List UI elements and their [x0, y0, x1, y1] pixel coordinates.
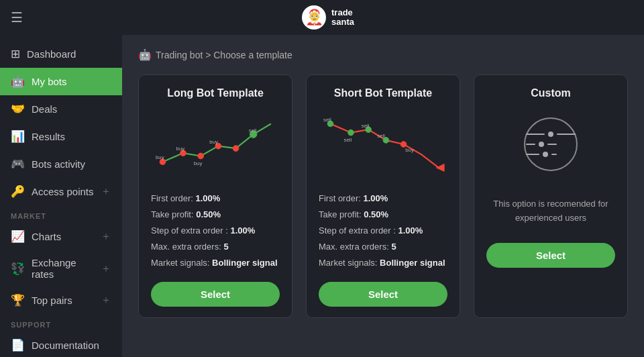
- charts-icon: 📈: [11, 230, 25, 244]
- logo-avatar: 🤶: [302, 5, 326, 30]
- card-custom: Custom: [474, 74, 628, 318]
- breadcrumb: 🤖 Trading bot > Choose a template: [138, 48, 628, 61]
- slider-dot-3: [543, 152, 548, 157]
- slider-row-2: [526, 142, 576, 147]
- sidebar-label-dashboard: Dashboard: [27, 48, 76, 60]
- hamburger-icon[interactable]: ☰: [11, 9, 23, 26]
- sidebar-label-deals: Deals: [32, 103, 57, 115]
- sidebar-item-bots-activity[interactable]: 🎮 Bots activity: [0, 150, 122, 178]
- slider-dot-1: [548, 132, 553, 137]
- short-bot-chart: sell sell sell sell buy: [319, 107, 447, 181]
- long-step: 1.00%: [231, 225, 256, 236]
- svg-text:sell: sell: [249, 128, 257, 134]
- slider-row-3: [526, 152, 576, 157]
- slider-line-3b: [551, 154, 557, 155]
- short-first-order: 1.00%: [363, 193, 388, 203]
- add-charts-icon[interactable]: ＋: [101, 230, 111, 244]
- svg-text:sell: sell: [323, 117, 331, 123]
- topbar: ☰ 🤶 trade santa: [0, 0, 644, 35]
- svg-text:buy: buy: [156, 154, 164, 160]
- my-bots-icon: 🤖: [11, 74, 25, 89]
- short-step: 1.00%: [398, 225, 423, 236]
- svg-point-4: [233, 146, 239, 152]
- logo-line2: santa: [331, 17, 354, 27]
- svg-text:buy: buy: [176, 146, 185, 152]
- long-bot-chart: buy buy buy buy sell: [151, 107, 280, 181]
- support-section-label: SUPPORT: [0, 314, 122, 332]
- sidebar-item-documentation[interactable]: 📄 Documentation: [0, 332, 122, 357]
- svg-text:sell: sell: [377, 133, 385, 139]
- add-access-points-icon[interactable]: ＋: [101, 185, 111, 199]
- long-bot-select-button[interactable]: Select: [151, 282, 280, 307]
- custom-icon-wrap: [486, 107, 615, 181]
- sidebar-label-top-pairs: Top pairs: [32, 295, 72, 306]
- slider-line-3: [526, 154, 539, 155]
- sidebar-label-bots-activity: Bots activity: [32, 158, 85, 170]
- slider-row-1: [526, 132, 576, 137]
- main-content: 🤖 Trading bot > Choose a template Long B…: [122, 35, 644, 357]
- sidebar-item-results[interactable]: 📊 Results: [0, 123, 122, 150]
- sidebar-label-my-bots: My bots: [32, 76, 67, 87]
- card-custom-title: Custom: [486, 87, 615, 99]
- svg-text:sell: sell: [344, 137, 352, 143]
- card-short-bot-title: Short Bot Template: [319, 87, 447, 99]
- long-first-order: 1.00%: [195, 193, 220, 203]
- sidebar-label-access-points: Access points: [32, 186, 94, 197]
- custom-description: This option is recomended for experience…: [486, 191, 615, 232]
- access-points-icon: 🔑: [11, 185, 25, 199]
- bots-activity-icon: 🎮: [11, 157, 25, 171]
- sidebar-item-dashboard[interactable]: ⊞ Dashboard: [0, 40, 122, 68]
- custom-circle: [524, 117, 578, 171]
- svg-point-16: [400, 142, 407, 148]
- svg-text:buy: buy: [209, 139, 218, 145]
- slider-dot-2: [539, 142, 544, 147]
- card-long-bot-title: Long Bot Template: [151, 87, 280, 99]
- short-max-orders: 5: [391, 242, 396, 252]
- add-exchange-rates-icon[interactable]: ＋: [101, 262, 111, 276]
- svg-marker-11: [436, 164, 445, 172]
- slider-line-2b: [547, 144, 557, 145]
- short-take-profit: 0.50%: [364, 209, 388, 219]
- svg-text:sell: sell: [362, 123, 370, 129]
- dashboard-icon: ⊞: [11, 47, 20, 61]
- market-section-label: MARKET: [0, 205, 122, 223]
- documentation-icon: 📄: [11, 338, 25, 352]
- long-bot-details: First order: 1.00% Take profit: 0.50% St…: [151, 191, 280, 271]
- logo-text: trade santa: [331, 8, 354, 28]
- sidebar: ⊞ Dashboard 🤖 My bots 🤝 Deals 📊 Results …: [0, 35, 122, 357]
- svg-point-13: [348, 130, 354, 136]
- short-bot-select-button[interactable]: Select: [319, 282, 447, 307]
- sidebar-item-exchange-rates[interactable]: 💱 Exchange rates ＋: [0, 250, 122, 287]
- sidebar-item-access-points[interactable]: 🔑 Access points ＋: [0, 178, 122, 205]
- results-icon: 📊: [11, 130, 25, 144]
- slider-line-1: [526, 134, 545, 135]
- slider-line-1b: [557, 134, 576, 135]
- top-pairs-icon: 🏆: [11, 293, 25, 307]
- short-market-signals: Bollinger signal: [380, 258, 445, 268]
- slider-line-2: [526, 144, 535, 145]
- sidebar-label-charts: Charts: [32, 231, 61, 242]
- svg-text:buy: buy: [194, 160, 203, 166]
- breadcrumb-icon: 🤖: [138, 48, 152, 61]
- sidebar-label-documentation: Documentation: [32, 340, 99, 351]
- sidebar-item-top-pairs[interactable]: 🏆 Top pairs ＋: [0, 287, 122, 314]
- layout: ⊞ Dashboard 🤖 My bots 🤝 Deals 📊 Results …: [0, 35, 644, 357]
- card-short-bot: Short Bot Template sell: [306, 74, 460, 318]
- exchange-rates-icon: 💱: [11, 262, 25, 276]
- sidebar-item-deals[interactable]: 🤝 Deals: [0, 95, 122, 123]
- sidebar-label-exchange-rates: Exchange rates: [32, 257, 94, 280]
- sidebar-item-charts[interactable]: 📈 Charts ＋: [0, 223, 122, 250]
- cards-container: Long Bot Template buy buy: [138, 74, 628, 318]
- card-long-bot: Long Bot Template buy buy: [138, 74, 292, 318]
- deals-icon: 🤝: [11, 102, 25, 116]
- svg-point-2: [198, 153, 204, 159]
- long-take-profit: 0.50%: [196, 209, 221, 219]
- custom-select-button[interactable]: Select: [486, 243, 615, 268]
- logo: 🤶 trade santa: [302, 5, 354, 30]
- logo-line1: trade: [331, 8, 354, 17]
- long-max-orders: 5: [223, 242, 228, 252]
- add-top-pairs-icon[interactable]: ＋: [101, 293, 111, 307]
- short-bot-details: First order: 1.00% Take profit: 0.50% St…: [319, 191, 447, 271]
- sidebar-item-my-bots[interactable]: 🤖 My bots: [0, 68, 122, 95]
- long-market-signals: Bollinger signal: [212, 258, 278, 268]
